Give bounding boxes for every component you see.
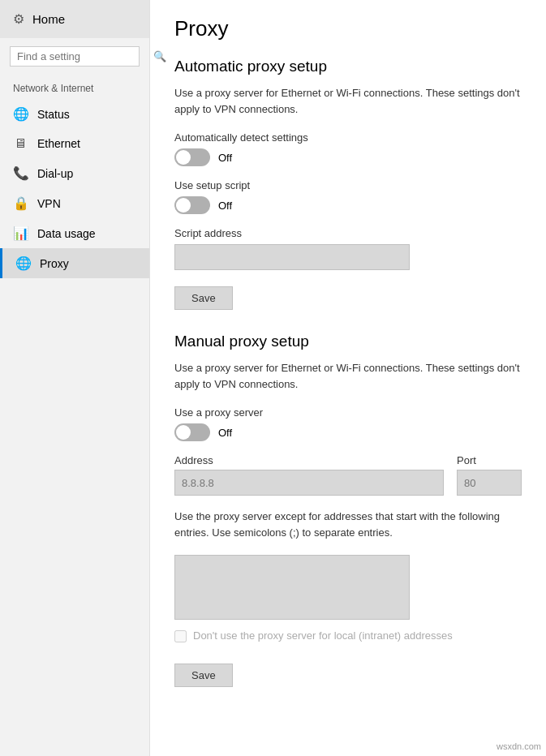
use-proxy-label: Use a proxy server: [174, 406, 522, 419]
exceptions-description: Use the proxy server except for addresse…: [174, 509, 522, 540]
sidebar-item-proxy[interactable]: 🌐 Proxy: [0, 248, 149, 278]
sidebar-item-datausage[interactable]: 📊 Data usage: [0, 218, 149, 248]
sidebar-item-label: Ethernet: [37, 137, 80, 150]
automatic-section-description: Use a proxy server for Ethernet or Wi-Fi…: [174, 85, 522, 117]
status-icon: 🌐: [13, 106, 28, 122]
use-setup-script-state: Off: [218, 200, 232, 212]
use-proxy-toggle-row: Off: [174, 423, 522, 441]
search-box[interactable]: 🔍: [10, 46, 140, 67]
watermark: wsxdn.com: [497, 741, 541, 751]
auto-detect-state: Off: [218, 152, 232, 164]
main-content: Proxy Automatic proxy setup Use a proxy …: [150, 0, 546, 756]
home-label: Home: [32, 12, 65, 26]
dont-use-local-checkbox[interactable]: [174, 630, 187, 642]
port-input[interactable]: [457, 470, 522, 496]
port-label: Port: [457, 454, 522, 466]
sidebar-item-ethernet[interactable]: 🖥 Ethernet: [0, 129, 149, 158]
sidebar-item-vpn[interactable]: 🔒 VPN: [0, 188, 149, 218]
manual-save-button[interactable]: Save: [174, 664, 233, 687]
dont-use-local-row: Don't use the proxy server for local (in…: [174, 629, 522, 642]
address-input[interactable]: [174, 470, 444, 496]
sidebar-item-status[interactable]: 🌐 Status: [0, 99, 149, 129]
auto-detect-toggle-row: Off: [174, 148, 522, 166]
automatic-proxy-section: Automatic proxy setup Use a proxy server…: [174, 58, 522, 324]
exceptions-textarea[interactable]: [174, 555, 410, 620]
datausage-icon: 📊: [13, 226, 28, 241]
sidebar-item-label: VPN: [37, 197, 61, 210]
sidebar-item-label: Proxy: [40, 257, 69, 270]
sidebar-item-label: Status: [37, 108, 70, 121]
sidebar-item-label: Data usage: [37, 227, 96, 240]
sidebar: ⚙ Home 🔍 Network & Internet 🌐 Status 🖥 E…: [0, 0, 150, 756]
script-address-label: Script address: [174, 227, 522, 239]
home-button[interactable]: ⚙ Home: [0, 0, 149, 38]
page-title: Proxy: [174, 16, 522, 41]
automatic-section-title: Automatic proxy setup: [174, 58, 522, 75]
automatic-save-button[interactable]: Save: [174, 286, 233, 310]
sidebar-item-label: Dial-up: [37, 167, 73, 180]
manual-section-description: Use a proxy server for Ethernet or Wi-Fi…: [174, 360, 522, 392]
address-group: Address: [174, 454, 444, 496]
manual-proxy-section: Manual proxy setup Use a proxy server fo…: [174, 333, 522, 702]
auto-detect-toggle[interactable]: [174, 148, 210, 166]
proxy-icon: 🌐: [15, 256, 30, 271]
dont-use-local-label: Don't use the proxy server for local (in…: [193, 629, 453, 642]
search-input[interactable]: [17, 50, 153, 62]
dialup-icon: 📞: [13, 165, 28, 181]
use-proxy-toggle[interactable]: [174, 423, 210, 441]
vpn-icon: 🔒: [13, 195, 28, 211]
use-setup-script-label: Use setup script: [174, 179, 522, 191]
ethernet-icon: 🖥: [13, 136, 28, 151]
sidebar-section-title: Network & Internet: [0, 75, 149, 99]
auto-detect-label: Automatically detect settings: [174, 131, 522, 144]
use-proxy-state: Off: [218, 427, 232, 439]
use-setup-script-toggle[interactable]: [174, 196, 210, 214]
script-address-input[interactable]: [174, 244, 410, 270]
manual-section-title: Manual proxy setup: [174, 333, 522, 350]
sidebar-item-dialup[interactable]: 📞 Dial-up: [0, 158, 149, 188]
gear-icon: ⚙: [13, 11, 24, 27]
address-label: Address: [174, 454, 444, 466]
port-group: Port: [457, 454, 522, 496]
address-port-row: Address Port: [174, 454, 522, 496]
use-setup-script-toggle-row: Off: [174, 196, 522, 214]
